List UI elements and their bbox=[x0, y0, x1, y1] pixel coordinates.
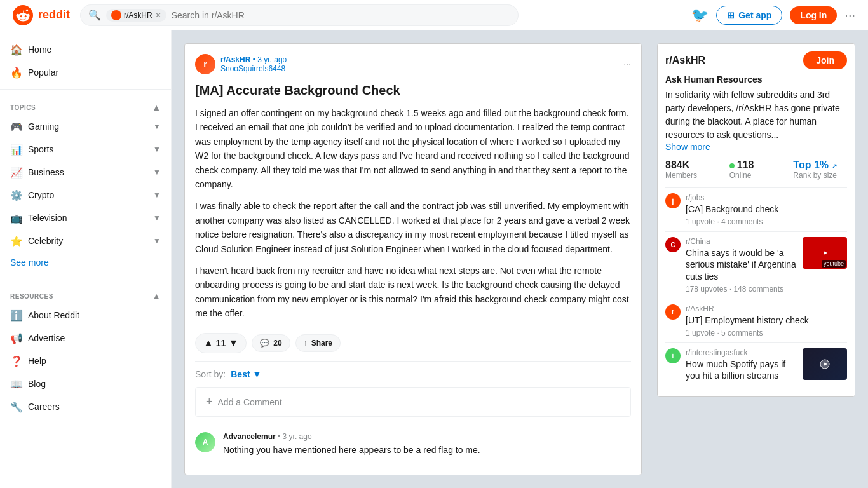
related-post-0[interactable]: j r/jobs [CA] Background check 1 upvote … bbox=[665, 187, 847, 231]
related-post-thumb-3 bbox=[803, 348, 847, 380]
sidebar-item-help-label: Help bbox=[28, 356, 161, 366]
sidebar-item-sports-label: Sports bbox=[28, 144, 148, 154]
upvote-icon[interactable]: ▲ bbox=[203, 337, 214, 349]
rank-value: Top 1% ↗ bbox=[793, 159, 847, 171]
post-time: 3 yr. ago bbox=[257, 55, 287, 64]
post-subreddit[interactable]: r/AskHR bbox=[220, 55, 250, 64]
sidebar-item-about[interactable]: ℹ️ About Reddit bbox=[0, 304, 171, 327]
sidebar-item-business-label: Business bbox=[28, 167, 148, 177]
sidebar-item-television[interactable]: 📺 Television ▼ bbox=[0, 207, 171, 229]
related-post-sub-1: r/China bbox=[686, 237, 797, 246]
resources-section: RESOURCES ▲ bbox=[0, 283, 171, 304]
downvote-icon[interactable]: ▼ bbox=[228, 337, 238, 349]
resources-collapse-icon[interactable]: ▲ bbox=[152, 291, 161, 301]
remove-subreddit-filter[interactable]: ✕ bbox=[155, 11, 161, 20]
comment-meta: Advancelemur • 3 yr. ago bbox=[223, 432, 480, 441]
vote-count: 11 bbox=[216, 338, 226, 348]
header-actions: 🐦 ⊞ Get app Log In ··· bbox=[691, 6, 855, 25]
notification-icon[interactable]: 🐦 bbox=[691, 7, 709, 24]
comments-button[interactable]: 💬 20 bbox=[252, 334, 290, 352]
vote-buttons[interactable]: ▲ 11 ▼ bbox=[195, 333, 247, 353]
comment-time: 3 yr. ago bbox=[283, 432, 312, 441]
crypto-icon: ⚙️ bbox=[10, 189, 23, 201]
comment-avatar: A bbox=[195, 432, 215, 452]
celebrity-icon: ⭐ bbox=[10, 234, 23, 247]
related-post-2[interactable]: r r/AskHR [UT] Employment history check … bbox=[665, 299, 847, 342]
see-more-link[interactable]: See more bbox=[0, 252, 171, 273]
comment-username[interactable]: Advancelemur bbox=[223, 432, 276, 441]
page-layout: 🏠 Home 🔥 Popular TOPICS ▲ 🎮 Gaming ▼ 📊 S… bbox=[0, 30, 868, 488]
post-more-button[interactable]: ··· bbox=[623, 59, 631, 69]
logo[interactable]: reddit bbox=[13, 5, 70, 25]
topics-collapse-icon[interactable]: ▲ bbox=[152, 102, 161, 112]
sidebar-item-celebrity[interactable]: ⭐ Celebrity ▼ bbox=[0, 229, 171, 252]
sidebar-item-home[interactable]: 🏠 Home bbox=[0, 38, 171, 61]
subreddit-stats: 884K Members 118 Online Top 1% ↗ Rank by bbox=[665, 159, 847, 180]
related-post-sub-0: r/jobs bbox=[686, 193, 847, 202]
sidebar-item-gaming[interactable]: 🎮 Gaming ▼ bbox=[0, 115, 171, 138]
members-count: 884K bbox=[665, 159, 719, 171]
related-post-title-1: China says it would be 'a serious mistak… bbox=[686, 247, 797, 282]
related-post-icon-3: i bbox=[665, 348, 681, 363]
related-posts: j r/jobs [CA] Background check 1 upvote … bbox=[665, 187, 847, 389]
youtube-play-icon bbox=[818, 248, 831, 257]
sidebar-item-business[interactable]: 📈 Business ▼ bbox=[0, 161, 171, 184]
login-button[interactable]: Log In bbox=[790, 6, 837, 24]
comment-icon: 💬 bbox=[260, 339, 269, 348]
share-label: Share bbox=[311, 339, 332, 348]
subreddit-card: r/AskHR Join Ask Human Resources In soli… bbox=[657, 43, 855, 397]
sidebar-item-celebrity-label: Celebrity bbox=[28, 236, 148, 246]
related-post-icon-1: C bbox=[665, 237, 681, 252]
members-label: Members bbox=[665, 171, 719, 180]
online-label: Online bbox=[729, 171, 783, 180]
post-paragraph-2: I was finally able to check the report a… bbox=[195, 199, 631, 256]
sidebar-item-crypto[interactable]: ⚙️ Crypto ▼ bbox=[0, 184, 171, 207]
blog-icon: 📖 bbox=[10, 377, 23, 390]
related-post-3[interactable]: i r/interestingasfuck How much Spotify p… bbox=[665, 342, 847, 389]
search-icon: 🔍 bbox=[88, 9, 101, 21]
sort-value: Best bbox=[231, 369, 250, 379]
sidebar-item-help[interactable]: ❓ Help bbox=[0, 349, 171, 372]
post-username[interactable]: SnooSquirrels6448 bbox=[220, 64, 285, 73]
advertise-icon: 📢 bbox=[10, 332, 23, 344]
sidebar-item-blog-label: Blog bbox=[28, 379, 161, 389]
related-post-sub-2: r/AskHR bbox=[686, 304, 847, 313]
subreddit-card-name[interactable]: r/AskHR bbox=[665, 55, 705, 66]
youtube-label: youtube bbox=[822, 260, 846, 268]
sidebar-item-advertise[interactable]: 📢 Advertise bbox=[0, 327, 171, 349]
celebrity-chevron-icon: ▼ bbox=[153, 236, 161, 245]
sidebar-item-blog[interactable]: 📖 Blog bbox=[0, 372, 171, 395]
share-icon: ↑ bbox=[304, 339, 308, 348]
add-comment-button[interactable]: + Add a Comment bbox=[195, 387, 631, 417]
sidebar-item-sports[interactable]: 📊 Sports ▼ bbox=[0, 138, 171, 161]
right-sidebar: r/AskHR Join Ask Human Resources In soli… bbox=[657, 43, 855, 475]
rank-stat: Top 1% ↗ Rank by size bbox=[793, 159, 847, 180]
about-icon: ℹ️ bbox=[10, 309, 23, 322]
get-app-button[interactable]: ⊞ Get app bbox=[716, 6, 782, 25]
show-more-link[interactable]: Show more bbox=[665, 142, 847, 152]
search-bar[interactable]: 🔍 r/AskHR ✕ bbox=[80, 4, 519, 26]
search-input[interactable] bbox=[172, 10, 510, 20]
related-post-meta-2: 1 upvote · 5 comments bbox=[686, 329, 847, 337]
sort-select[interactable]: Best ▼ bbox=[231, 369, 261, 379]
subreddit-badge[interactable]: r/AskHR ✕ bbox=[106, 9, 166, 22]
careers-icon: 🔧 bbox=[10, 400, 23, 413]
join-button[interactable]: Join bbox=[803, 51, 847, 69]
related-post-thumb-1: youtube bbox=[803, 237, 847, 269]
post-paragraph-3: I haven't heard back from my recruiter a… bbox=[195, 264, 631, 321]
related-post-title-0: [CA] Background check bbox=[686, 203, 847, 215]
related-post-content-1: r/China China says it would be 'a seriou… bbox=[686, 237, 797, 294]
sidebar-item-careers[interactable]: 🔧 Careers bbox=[0, 395, 171, 418]
sidebar-item-popular[interactable]: 🔥 Popular bbox=[0, 61, 171, 84]
gaming-chevron-icon: ▼ bbox=[153, 122, 161, 131]
topics-section: TOPICS ▲ bbox=[0, 95, 171, 115]
post-title: [MA] Accurate Background Check bbox=[195, 82, 631, 98]
related-post-1[interactable]: C r/China China says it would be 'a seri… bbox=[665, 231, 847, 299]
more-options-button[interactable]: ··· bbox=[844, 8, 855, 22]
share-button[interactable]: ↑ Share bbox=[295, 334, 341, 352]
online-stat: 118 Online bbox=[729, 159, 783, 180]
sidebar: 🏠 Home 🔥 Popular TOPICS ▲ 🎮 Gaming ▼ 📊 S… bbox=[0, 30, 172, 488]
subreddit-card-header: r/AskHR Join bbox=[665, 51, 847, 69]
sidebar-item-advertise-label: Advertise bbox=[28, 333, 161, 343]
related-post-title-3: How much Spotify pays if you hit a billi… bbox=[686, 358, 797, 381]
